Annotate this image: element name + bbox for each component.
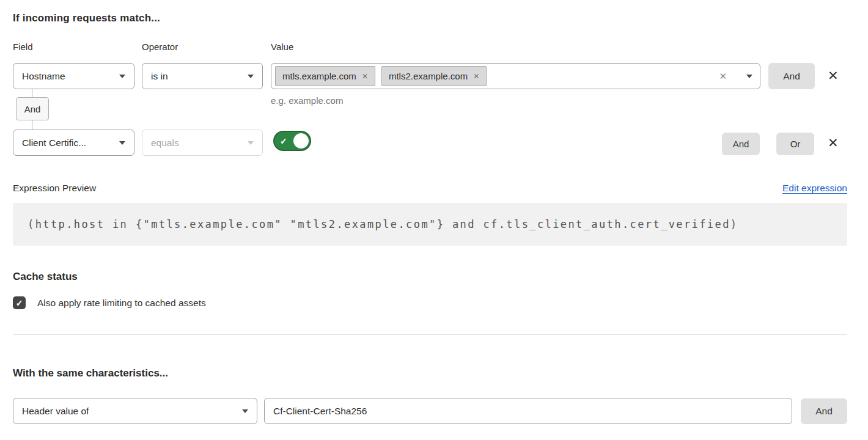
cached-assets-checkbox[interactable]: ✓ bbox=[13, 296, 26, 309]
cached-assets-checkbox-label: Also apply rate limiting to cached asset… bbox=[37, 298, 206, 309]
check-icon: ✓ bbox=[280, 136, 287, 146]
operator-column-label: Operator bbox=[142, 42, 178, 52]
field-select-row2-value: Client Certific... bbox=[22, 138, 86, 148]
add-and-condition-button-row2[interactable]: And bbox=[722, 133, 760, 155]
condition-connector-and-button[interactable]: And bbox=[16, 97, 49, 120]
value-hint-text: e.g. example.com bbox=[271, 95, 343, 106]
tag-remove-icon[interactable]: ✕ bbox=[362, 73, 368, 80]
value-multiselect-row1[interactable]: mtls.example.com ✕ mtls2.example.com ✕ ✕ bbox=[271, 63, 760, 89]
cache-status-title: Cache status bbox=[13, 271, 78, 283]
add-and-condition-button-row1[interactable]: And bbox=[768, 63, 815, 89]
remove-row2-icon[interactable]: ✕ bbox=[828, 136, 839, 149]
value-tag-label: mtls2.example.com bbox=[389, 71, 468, 81]
tag-remove-icon[interactable]: ✕ bbox=[473, 73, 479, 80]
header-name-input[interactable] bbox=[264, 398, 792, 424]
value-tags: mtls.example.com ✕ mtls2.example.com ✕ bbox=[275, 66, 719, 86]
value-column-label: Value bbox=[271, 42, 293, 52]
section-divider bbox=[13, 334, 847, 335]
characteristics-section-title: With the same characteristics... bbox=[13, 367, 168, 380]
field-column-label: Field bbox=[13, 42, 33, 52]
chevron-down-icon bbox=[242, 409, 248, 413]
add-or-condition-button-row2[interactable]: Or bbox=[776, 133, 814, 155]
operator-select-row1[interactable]: is in bbox=[142, 63, 263, 89]
remove-row1-icon[interactable]: ✕ bbox=[828, 69, 839, 82]
expression-preview-label: Expression Preview bbox=[13, 183, 96, 194]
toggle-knob bbox=[293, 133, 309, 148]
matcher-section-title: If incoming requests match... bbox=[13, 12, 160, 24]
operator-select-row1-value: is in bbox=[151, 71, 168, 82]
chevron-down-icon bbox=[248, 75, 254, 78]
check-icon: ✓ bbox=[16, 299, 23, 307]
expression-code: (http.host in {"mtls.example.com" "mtls2… bbox=[28, 218, 738, 230]
value-tag-label: mtls.example.com bbox=[282, 71, 356, 81]
cert-verified-toggle[interactable]: ✓ bbox=[273, 131, 311, 151]
characteristic-select[interactable]: Header value of bbox=[13, 398, 257, 424]
field-select-row2[interactable]: Client Certific... bbox=[13, 130, 134, 156]
operator-select-row2: equals bbox=[142, 130, 263, 156]
clear-values-icon[interactable]: ✕ bbox=[719, 72, 727, 81]
rule-builder-page: If incoming requests match... Field Oper… bbox=[0, 0, 868, 440]
characteristic-select-value: Header value of bbox=[22, 406, 89, 417]
edit-expression-link[interactable]: Edit expression bbox=[782, 183, 847, 194]
field-select-row1-value: Hostname bbox=[22, 71, 65, 82]
field-select-row1[interactable]: Hostname bbox=[13, 63, 134, 89]
chevron-down-icon bbox=[248, 141, 254, 145]
value-tag: mtls.example.com ✕ bbox=[275, 66, 375, 86]
chevron-down-icon[interactable] bbox=[746, 75, 752, 78]
expression-preview-box: (http.host in {"mtls.example.com" "mtls2… bbox=[13, 203, 847, 246]
chevron-down-icon bbox=[119, 75, 125, 78]
value-tag: mtls2.example.com ✕ bbox=[381, 66, 487, 86]
chevron-down-icon bbox=[119, 141, 125, 145]
operator-select-row2-value: equals bbox=[151, 138, 179, 148]
add-characteristic-and-button[interactable]: And bbox=[801, 398, 847, 424]
